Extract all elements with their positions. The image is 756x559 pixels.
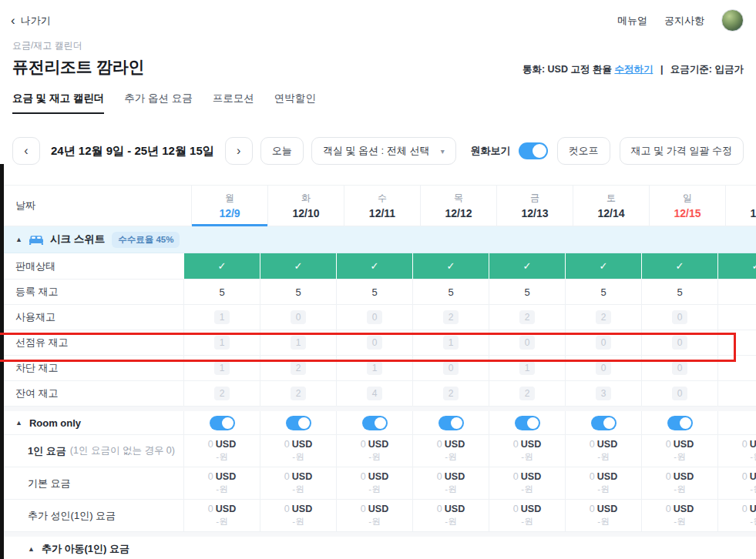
price-cell[interactable]: 0USD-원 <box>412 500 489 531</box>
inventory-cell[interactable]: 0 <box>336 305 412 330</box>
rate-plan-toggle-cell[interactable] <box>412 411 489 434</box>
inventory-cell[interactable]: 5 <box>489 280 565 304</box>
inventory-cell[interactable]: 5 <box>183 280 260 304</box>
tab-extra-option-rates[interactable]: 추가 옵션 요금 <box>124 92 193 114</box>
inventory-cell[interactable] <box>717 305 756 330</box>
rate-plan-toggle-cell[interactable] <box>260 411 336 434</box>
price-cell[interactable]: 0USD-원 <box>641 467 717 499</box>
inventory-cell[interactable]: 0 <box>565 330 641 355</box>
inventory-cell[interactable] <box>717 330 756 355</box>
price-cell[interactable]: 0USD-원 <box>489 500 565 531</box>
price-cell[interactable]: 0USD-원 <box>489 467 565 499</box>
price-cell[interactable]: 0USD-원 <box>717 435 756 467</box>
tab-consecutive-night-discount[interactable]: 연박할인 <box>274 92 316 114</box>
inventory-cell[interactable] <box>717 280 756 304</box>
sale-status-cell-on[interactable]: ✓ <box>641 253 717 279</box>
tab-rate-inventory-calendar[interactable]: 요금 및 재고 캘린더 <box>12 92 104 114</box>
rate-plan-toggle-cell[interactable] <box>336 411 412 434</box>
inventory-cell[interactable]: 2 <box>260 381 336 406</box>
inventory-cell[interactable]: 1 <box>260 330 336 355</box>
price-cell[interactable]: 0USD-원 <box>260 435 336 467</box>
inventory-cell[interactable]: 2 <box>412 305 489 330</box>
price-cell[interactable]: 0USD-원 <box>565 467 641 499</box>
sale-toggle[interactable] <box>210 416 235 430</box>
day-header-12-11[interactable]: 수12/11 <box>344 186 420 226</box>
inventory-cell[interactable]: 1 <box>183 356 260 380</box>
won-view-toggle[interactable] <box>519 142 548 159</box>
today-button[interactable]: 오늘 <box>260 137 304 165</box>
inventory-cell[interactable]: 4 <box>336 381 412 406</box>
inventory-cell[interactable]: 1 <box>183 330 260 355</box>
price-cell[interactable]: 0USD-원 <box>412 467 489 499</box>
sale-status-cell-on[interactable]: ✓ <box>260 253 336 279</box>
sale-status-cell-on[interactable]: ✓ <box>717 253 756 279</box>
sale-toggle[interactable] <box>515 416 540 430</box>
price-cell[interactable]: 0USD-원 <box>183 467 260 499</box>
sale-toggle[interactable] <box>438 416 464 430</box>
price-cell[interactable]: 0USD-원 <box>336 500 412 531</box>
price-cell[interactable]: 0USD-원 <box>183 435 260 467</box>
inventory-cell[interactable]: 5 <box>565 280 641 304</box>
day-header-12-10[interactable]: 화12/10 <box>267 186 344 226</box>
sale-status-cell-on[interactable]: ✓ <box>183 253 260 279</box>
price-cell[interactable]: 0USD-원 <box>489 435 565 467</box>
exit-button[interactable]: ‹ 나가기 <box>11 14 51 28</box>
rate-plan-toggle-cell[interactable] <box>565 411 641 434</box>
sale-toggle[interactable] <box>286 416 311 430</box>
manual-link[interactable]: 메뉴얼 <box>617 14 647 28</box>
inventory-cell[interactable]: 5 <box>641 280 717 304</box>
inventory-cell[interactable]: 2 <box>489 381 565 406</box>
inventory-cell[interactable]: 0 <box>489 330 565 355</box>
inventory-cell[interactable]: 5 <box>412 280 489 304</box>
price-cell[interactable]: 0USD-원 <box>183 500 260 531</box>
day-header-12-9[interactable]: 월12/9 <box>191 186 267 226</box>
price-cell[interactable]: 0USD-원 <box>717 500 756 531</box>
room-option-select[interactable]: 객실 및 옵션 : 전체 선택 ▾ <box>311 137 456 165</box>
next-week-button[interactable]: › <box>225 137 253 165</box>
inventory-cell[interactable]: 0 <box>641 305 717 330</box>
price-cell[interactable]: 0USD-원 <box>565 435 641 467</box>
inventory-cell[interactable]: 2 <box>489 305 565 330</box>
price-cell[interactable]: 0USD-원 <box>336 467 412 499</box>
sale-toggle[interactable] <box>591 416 617 430</box>
inventory-cell[interactable]: 3 <box>565 381 641 406</box>
notice-link[interactable]: 공지사항 <box>664 14 704 28</box>
rate-plan-toggle-cell[interactable] <box>641 411 717 434</box>
prev-week-button[interactable]: ‹ <box>12 137 40 165</box>
day-header-12-16[interactable]: 월12/16 <box>725 186 756 226</box>
currency-edit-link[interactable]: 수정하기 <box>614 64 653 75</box>
inventory-cell[interactable] <box>717 356 756 380</box>
inventory-cell[interactable]: 5 <box>336 280 412 304</box>
price-cell[interactable]: 0USD-원 <box>565 500 641 531</box>
inventory-cell[interactable]: 1 <box>489 356 565 380</box>
inventory-cell[interactable]: 1 <box>412 330 489 355</box>
price-cell[interactable]: 0USD-원 <box>336 435 412 467</box>
day-header-12-13[interactable]: 금12/13 <box>496 186 573 226</box>
collapse-triangle-icon[interactable]: ▲ <box>15 419 22 427</box>
price-cell[interactable]: 0USD-원 <box>641 435 717 467</box>
inventory-cell[interactable] <box>717 381 756 406</box>
inventory-cell[interactable]: 0 <box>641 356 717 380</box>
sale-status-cell-on[interactable]: ✓ <box>565 253 641 279</box>
tab-promotion[interactable]: 프로모션 <box>213 92 254 114</box>
cutoff-button[interactable]: 컷오프 <box>557 137 610 165</box>
inventory-cell[interactable]: 0 <box>412 356 489 380</box>
price-cell[interactable]: 0USD-원 <box>717 467 756 499</box>
price-cell[interactable]: 0USD-원 <box>641 500 717 531</box>
inventory-cell[interactable]: 2 <box>260 356 336 380</box>
inventory-cell[interactable]: 2 <box>565 305 641 330</box>
inventory-cell[interactable]: 1 <box>336 356 412 380</box>
sale-status-cell-on[interactable]: ✓ <box>489 253 565 279</box>
profile-avatar[interactable] <box>721 9 744 32</box>
inventory-cell[interactable]: 0 <box>641 330 717 355</box>
rate-plan-toggle-cell[interactable] <box>183 411 260 434</box>
day-header-12-14[interactable]: 토12/14 <box>573 186 649 226</box>
sale-toggle[interactable] <box>362 416 388 430</box>
inventory-cell[interactable]: 1 <box>183 305 260 330</box>
inventory-cell[interactable]: 0 <box>565 356 641 380</box>
collapse-triangle-icon[interactable]: ▲ <box>15 236 22 243</box>
rate-plan-toggle-cell[interactable] <box>489 411 565 434</box>
inventory-cell[interactable]: 0 <box>260 305 336 330</box>
collapse-triangle-icon[interactable]: ▲ <box>28 545 35 553</box>
sale-status-cell-on[interactable]: ✓ <box>412 253 489 279</box>
